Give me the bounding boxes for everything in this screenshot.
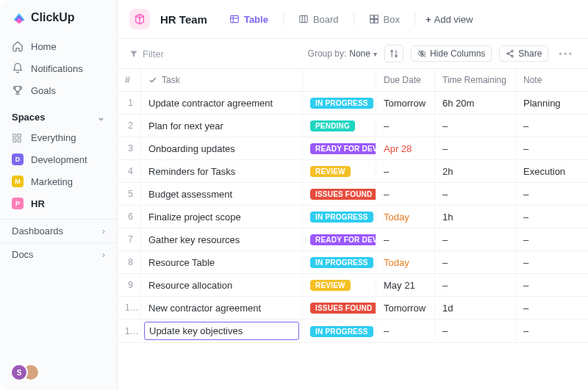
time-cell[interactable]: 6h 20m [435,93,516,114]
status-cell[interactable]: IN PROGRESS [303,206,376,228]
due-cell[interactable]: May 21 [376,275,435,296]
note-cell[interactable]: – [516,275,582,296]
time-cell[interactable]: – [435,115,516,137]
time-cell[interactable]: – [435,320,516,342]
group-by-select[interactable]: Group by: None ▾ [308,48,377,59]
status-cell[interactable]: IN PROGRESS [303,92,376,114]
due-cell[interactable]: Today [376,252,435,273]
time-cell[interactable]: 2h [435,161,516,182]
time-cell[interactable]: 1h [435,206,516,228]
table-row[interactable]: 11Update key objectivesIN PROGRESS––– [118,319,588,343]
note-cell[interactable]: Execution [516,161,582,182]
task-name-cell[interactable]: Plan for next year [141,115,303,137]
col-note[interactable]: Note [516,69,582,91]
sidebar-space-item[interactable]: PHR [0,192,117,214]
col-task[interactable]: Task [141,69,303,91]
task-name-cell[interactable]: Resource allocation [141,275,303,296]
col-due[interactable]: Due Date [376,69,435,91]
svg-rect-6 [370,15,373,19]
sidebar-space-item[interactable]: DDevelopment [0,148,117,170]
nav-dashboards[interactable]: Dashboards › [0,219,117,242]
task-name-cell[interactable]: New contractor agreement [141,297,303,319]
time-cell[interactable]: – [435,138,516,159]
status-cell[interactable]: PENDING [303,115,376,137]
status-cell[interactable]: READY FOR DEV [303,228,376,250]
due-cell[interactable]: Apr 28 [376,138,435,159]
task-name-cell[interactable]: Gather key resources [141,229,303,250]
task-name-cell[interactable]: Budget assessment [141,184,303,205]
table-row[interactable]: 10New contractor agreementISSUES FOUNDTo… [118,297,588,319]
time-cell[interactable]: – [435,184,516,205]
sidebar-space-item[interactable]: MMarketing [0,170,117,192]
nav-goals[interactable]: Goals [0,79,117,101]
table-row[interactable]: 7Gather key resourcesREADY FOR DEV––– [118,228,588,251]
nav-notifications[interactable]: Notifications [0,57,117,79]
task-name-cell[interactable]: Update contractor agreement [141,93,303,114]
table-row[interactable]: 6Finalize project scopeIN PROGRESSToday1… [118,206,588,228]
note-cell[interactable]: – [516,229,582,250]
due-cell[interactable]: – [376,115,435,137]
note-cell[interactable]: – [516,184,582,205]
table-row[interactable]: 5Budget assessmentISSUES FOUND––– [118,183,588,206]
check-icon [148,76,157,84]
sidebar-item-label: Marketing [31,176,73,187]
user-avatars[interactable]: S [0,355,117,390]
status-cell[interactable]: IN PROGRESS [303,251,376,273]
table-row[interactable]: 2Plan for next yearPENDING––– [118,115,588,137]
status-cell[interactable]: REVIEW [303,274,376,296]
status-cell[interactable]: READY FOR DEV [303,137,376,159]
table-row[interactable]: 1Update contractor agreementIN PROGRESST… [118,92,588,115]
col-task-label: Task [162,75,180,85]
col-time[interactable]: Time Remaining [435,69,516,91]
add-view-button[interactable]: + Add view [426,14,473,25]
sidebar-item-everything[interactable]: Everything [0,127,117,148]
nav-home[interactable]: Home [0,35,117,57]
note-cell[interactable]: – [516,138,582,159]
filter-button[interactable]: Filter [129,48,164,59]
time-cell[interactable]: – [435,275,516,296]
brand[interactable]: ClickUp [0,0,117,32]
time-cell[interactable]: 1d [435,297,516,319]
table-row[interactable]: 9Resource allocationREVIEWMay 21–– [118,274,588,297]
view-board[interactable]: Board [294,11,343,28]
note-cell[interactable]: – [516,252,582,273]
table-row[interactable]: 4Reminders for TasksREVIEW–2hExecution [118,160,588,183]
task-name-cell[interactable]: Finalize project scope [141,206,303,228]
spaces-header[interactable]: Spaces ⌄ [0,104,117,127]
task-name-cell[interactable]: Update key objectives [141,319,303,342]
hide-columns-button[interactable]: Hide Columns [411,46,492,62]
time-cell[interactable]: – [435,252,516,273]
main-content: HR Team Table Board Box + Add view [118,0,588,390]
col-status[interactable] [303,74,376,86]
status-cell[interactable]: REVIEW [303,160,376,182]
note-cell[interactable]: – [516,206,582,228]
table-row[interactable]: 3Onboarding updatesREADY FOR DEVApr 28–– [118,137,588,160]
task-name-cell[interactable]: Onboarding updates [141,138,303,159]
note-cell[interactable]: – [516,320,582,342]
status-cell[interactable]: IN PROGRESS [303,320,376,342]
due-cell[interactable]: – [376,320,435,342]
svg-rect-1 [18,134,21,137]
sort-button[interactable] [384,45,404,62]
due-cell[interactable]: Tomorrow [376,93,435,114]
status-cell[interactable]: ISSUES FOUND [303,297,376,319]
task-name-cell[interactable]: Reminders for Tasks [141,161,303,182]
col-index[interactable]: # [118,69,141,91]
status-cell[interactable]: ISSUES FOUND [303,183,376,205]
due-cell[interactable]: – [376,184,435,205]
time-cell[interactable]: – [435,229,516,250]
nav-docs[interactable]: Docs › [0,242,117,266]
share-button[interactable]: Share [499,46,548,62]
due-cell[interactable]: – [376,229,435,250]
due-cell[interactable]: – [376,161,435,182]
due-cell[interactable]: Tomorrow [376,297,435,319]
table-row[interactable]: 8Resource TableIN PROGRESSToday–– [118,251,588,274]
more-options-button[interactable]: ••• [556,48,576,59]
view-box[interactable]: Box [365,11,404,28]
due-cell[interactable]: Today [376,206,435,228]
note-cell[interactable]: – [516,297,582,319]
note-cell[interactable]: – [516,115,582,137]
task-name-cell[interactable]: Resource Table [141,252,303,273]
note-cell[interactable]: Planning [516,93,582,114]
view-table[interactable]: Table [225,11,273,28]
